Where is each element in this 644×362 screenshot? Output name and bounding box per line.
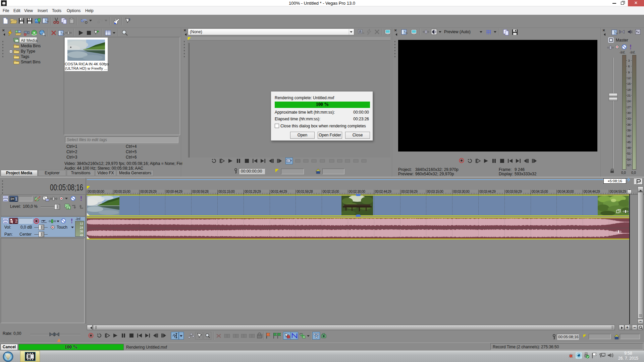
svg-text:?: ? [128, 18, 130, 22]
svg-text:A: A [359, 30, 361, 34]
svg-text:?: ? [28, 18, 30, 21]
svg-text:α: α [67, 206, 69, 209]
